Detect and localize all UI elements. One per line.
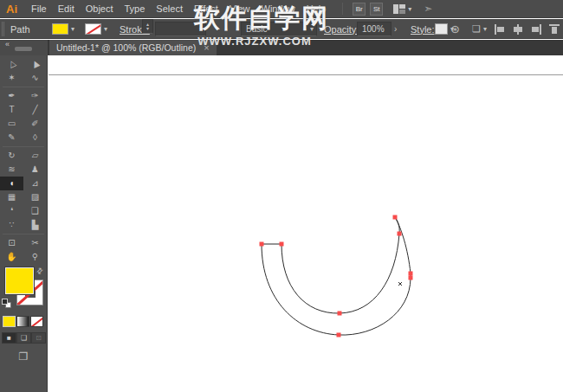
slice-tool[interactable]: ✂ (23, 236, 47, 250)
paint-mode-buttons (3, 316, 47, 327)
swap-fill-stroke-icon[interactable]: ⇄ (35, 266, 45, 276)
menu-items: FileEditObjectTypeSelectEffectViewWindow… (31, 3, 337, 14)
control-bar: Path ▾ ▾ Stroke: ▴ ▾ ▾ Basic ▾ Opacity: … (0, 19, 563, 39)
menu-help[interactable]: Help (307, 3, 327, 14)
hand-tool[interactable]: ✋ (0, 250, 23, 264)
anchor-point[interactable] (409, 276, 413, 280)
document-tab-title: Untitled-1* @ 100% (RGB/Outline) (56, 42, 196, 53)
recolor-artwork-icon[interactable]: ⊛ (450, 19, 460, 39)
gradient-tool[interactable]: ▨ (23, 190, 47, 204)
menu-view[interactable]: View (230, 3, 250, 14)
panel-grip-pill[interactable] (15, 47, 32, 51)
mesh-tool[interactable]: ▦ (0, 190, 23, 204)
width-tool[interactable]: ≋ (0, 163, 23, 177)
canvas[interactable] (49, 55, 563, 392)
puppet-warp-tool[interactable]: ♟ (23, 163, 47, 177)
anchor-point[interactable] (393, 215, 398, 220)
column-graph-tool[interactable]: ▙ (23, 218, 47, 232)
default-fill-mini (2, 299, 8, 305)
close-icon[interactable]: × (204, 42, 209, 53)
shape-builder-tool[interactable]: ◖ (0, 177, 23, 190)
style-panel-link[interactable]: Style: (411, 19, 435, 39)
anchor-point[interactable] (260, 242, 264, 247)
shape-options-button[interactable]: ❏ ▾ (472, 19, 487, 39)
fill-indicator[interactable] (5, 267, 34, 294)
symbol-sprayer-tool[interactable]: ∵ (0, 218, 23, 232)
opacity-value-field[interactable]: 100% (357, 22, 392, 36)
menu-window[interactable]: Window (262, 3, 295, 14)
selection-tool[interactable]: ▷ (0, 57, 23, 71)
stroke-color-swatch[interactable]: ▾ (85, 19, 107, 39)
app-logo: Ai (6, 3, 17, 16)
document-tab[interactable]: Untitled-1* @ 100% (RGB/Outline) × (49, 40, 217, 55)
align-right-icon[interactable] (531, 24, 541, 35)
opacity-panel-link[interactable]: Opacity: (324, 19, 359, 39)
chevron-down-icon: ▾ (199, 25, 203, 33)
align-left-icon[interactable] (495, 24, 505, 35)
fill-color-swatch[interactable]: ▾ (52, 19, 74, 39)
type-tool[interactable]: T (0, 103, 23, 117)
free-transform-tool[interactable]: ▱ (23, 149, 47, 163)
anchor-point[interactable] (280, 242, 284, 247)
artwork-svg[interactable] (49, 55, 563, 392)
curvature-tool[interactable]: ✑ (23, 89, 47, 103)
workspace-icon (393, 4, 405, 14)
stock-button[interactable]: St (370, 3, 383, 16)
pen-tool[interactable]: ✒ (0, 89, 23, 103)
chevron-down-icon[interactable]: ▾ (71, 25, 74, 33)
perspective-grid-tool[interactable]: ⊿ (23, 177, 47, 190)
anchor-point[interactable] (398, 232, 402, 236)
rotate-tool[interactable]: ↻ (0, 149, 23, 163)
workspace-switcher-button[interactable]: ▾ (393, 4, 411, 14)
anchor-point[interactable] (409, 272, 413, 276)
anchor-point[interactable] (338, 312, 342, 316)
curvature-tool-icon: ✑ (31, 92, 38, 100)
step-down-icon[interactable]: ▾ (146, 27, 149, 31)
anchor-point[interactable] (337, 333, 341, 337)
menu-object[interactable]: Object (86, 3, 113, 14)
chevron-down-icon[interactable]: ▾ (104, 25, 107, 33)
puppet-warp-tool-icon: ♟ (31, 165, 39, 174)
eraser-tool[interactable]: ◊ (23, 131, 47, 145)
bridge-button[interactable]: Br (353, 3, 366, 16)
menu-effect[interactable]: Effect (194, 3, 218, 14)
align-horizontal-center-icon[interactable] (513, 24, 523, 35)
stroke-weight-dropdown[interactable]: ▾ (155, 22, 206, 36)
magic-wand-tool[interactable]: ✶ (0, 71, 23, 85)
brush-definition-value: Basic (246, 24, 267, 34)
crescent-path[interactable] (262, 217, 411, 335)
collapse-panel-button[interactable]: « (5, 40, 10, 48)
stroke-swatch-none (85, 23, 101, 35)
brush-definition-dropdown[interactable]: Basic ▾ (241, 22, 317, 36)
touch-workspace-icon[interactable]: ➣ (424, 3, 432, 15)
paintbrush-tool[interactable]: ✐ (23, 117, 47, 131)
zoom-tool[interactable]: ⚲ (23, 250, 47, 264)
lasso-tool-icon: ∿ (31, 74, 38, 82)
menu-file[interactable]: File (31, 3, 47, 14)
eyedropper-tool[interactable]: ❛ (0, 204, 23, 218)
align-top-icon[interactable] (549, 24, 560, 35)
opacity-stepper-button[interactable]: › (394, 19, 397, 39)
menu-edit[interactable]: Edit (58, 3, 74, 14)
panel-grip[interactable] (2, 22, 4, 36)
blend-tool[interactable]: ❑ (23, 204, 47, 218)
shaper-tool[interactable]: ✎ (0, 131, 23, 145)
gradient-button[interactable] (16, 316, 29, 327)
column-graph-tool-icon: ▙ (32, 221, 39, 229)
line-segment-tool[interactable]: ╱ (23, 103, 47, 117)
draw-inside-button[interactable]: ⊡ (31, 332, 46, 344)
default-fill-stroke-icon[interactable] (2, 299, 11, 308)
draw-behind-button[interactable]: ❏ (16, 332, 31, 344)
direct-selection-tool[interactable]: ▶ (23, 57, 47, 71)
menu-type[interactable]: Type (125, 3, 146, 14)
draw-normal-button[interactable]: ■ (2, 332, 16, 344)
stroke-weight-stepper[interactable]: ▴ ▾ (142, 19, 153, 34)
menu-select[interactable]: Select (156, 3, 183, 14)
color-button[interactable] (3, 316, 16, 327)
shape-icon: ❏ (472, 23, 481, 35)
lasso-tool[interactable]: ∿ (23, 71, 47, 85)
none-button[interactable] (30, 316, 43, 327)
artboard-tool[interactable]: ⊡ (0, 236, 23, 250)
rectangle-tool[interactable]: ▭ (0, 117, 23, 131)
change-screen-mode-button[interactable]: ❐ (19, 350, 29, 363)
